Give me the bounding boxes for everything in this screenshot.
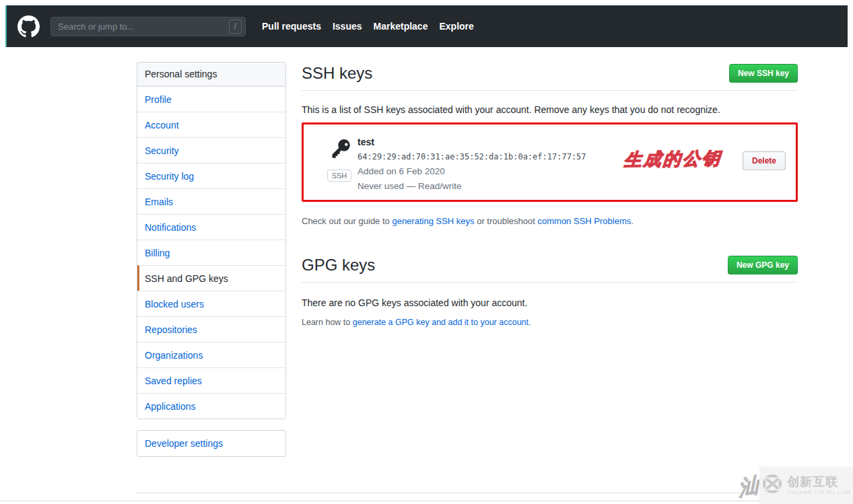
global-header: / Pull requests Issues Marketplace Explo… [5,5,848,47]
sidebar-item-repositories[interactable]: Repositories [137,316,285,342]
circle-x-logo-icon [761,473,783,497]
bottom-divider [0,501,853,501]
ssh-keys-description: This is a list of SSH keys associated wi… [302,104,720,115]
learn-suffix: . [528,318,531,327]
header-nav: Pull requests Issues Marketplace Explore [262,21,474,32]
handwritten-annotation: 生成的公钥 [623,147,722,172]
partial-watermark-glyph: 汕 [739,471,759,503]
key-fingerprint: 64:29:29:ad:70:31:ae:35:52:da:1b:0a:ef:1… [357,152,586,161]
delete-key-button[interactable]: Delete [743,151,786,170]
gpg-keys-title: GPG keys [302,255,375,275]
sidebar-item-organizations[interactable]: Organizations [137,342,285,367]
ssh-keys-title: SSH keys [302,63,372,83]
sidebar-item-security-log[interactable]: Security log [137,163,285,188]
header-search: / [50,17,246,36]
watermark-text: 创新互联 CHUANG XIN HU LIAN [787,476,851,495]
guide-suffix: . [631,216,634,226]
nav-issues[interactable]: Issues [333,21,362,32]
common-ssh-problems-link[interactable]: common SSH Problems [538,216,632,226]
search-input[interactable] [50,17,246,36]
sidebar-item-billing[interactable]: Billing [137,240,285,265]
key-details: test 64:29:29:ad:70:31:ae:35:52:da:1b:0a… [357,137,586,196]
guide-middle: or troubleshoot [475,216,538,226]
ssh-guide-text: Check out our guide to generating SSH ke… [302,216,634,226]
key-icon [329,153,350,165]
key-added-date: Added on 6 Feb 2020 [357,166,586,176]
generating-ssh-keys-link[interactable]: generating SSH keys [392,216,474,226]
developer-settings-box: Developer settings [137,430,286,457]
settings-sidebar: Personal settings Profile Account Securi… [137,62,286,419]
slash-shortcut-hint: / [229,20,242,34]
sidebar-item-security[interactable]: Security [137,137,285,163]
sidebar-item-ssh-gpg-keys[interactable]: SSH and GPG keys [137,265,285,291]
ssh-keys-section-header: SSH keys New SSH key [302,63,798,91]
ssh-key-list-item: SSH test 64:29:29:ad:70:31:ae:35:52:da:1… [302,122,798,202]
sidebar-item-account[interactable]: Account [137,112,285,137]
sidebar-item-emails[interactable]: Emails [137,188,285,214]
gpg-keys-section-header: GPG keys New GPG key [302,255,798,283]
github-logo-icon[interactable] [18,15,40,38]
sidebar-item-applications[interactable]: Applications [137,393,285,419]
nav-explore[interactable]: Explore [439,21,473,32]
ssh-type-badge: SSH [327,170,352,182]
new-ssh-key-button[interactable]: New SSH key [729,64,798,83]
gpg-empty-message: There are no GPG keys associated with yo… [302,297,527,308]
key-icon-column: SSH [327,139,352,182]
watermark-brand-sub: CHUANG XIN HU LIAN [787,490,851,495]
sidebar-item-blocked-users[interactable]: Blocked users [137,291,285,316]
sidebar-item-profile[interactable]: Profile [137,86,285,112]
watermark-badge: 创新互联 CHUANG XIN HU LIAN [759,466,853,504]
sidebar-item-notifications[interactable]: Notifications [137,214,285,240]
key-name: test [357,137,586,147]
sidebar-title: Personal settings [137,63,285,86]
header-accent-line [5,5,7,47]
sidebar-item-saved-replies[interactable]: Saved replies [137,367,285,393]
watermark-brand: 创新互联 [787,476,851,488]
generate-gpg-key-link[interactable]: generate a GPG key and add it to your ac… [353,318,528,327]
new-gpg-key-button[interactable]: New GPG key [728,256,798,275]
guide-prefix: Check out our guide to [302,216,392,226]
learn-prefix: Learn how to [302,318,353,327]
key-usage-status: Never used — Read/write [357,181,586,191]
nav-pull-requests[interactable]: Pull requests [262,21,321,32]
sidebar-item-developer-settings[interactable]: Developer settings [137,431,285,456]
gpg-learn-text: Learn how to generate a GPG key and add … [302,318,531,327]
footer-divider [137,493,767,493]
nav-marketplace[interactable]: Marketplace [374,21,428,32]
